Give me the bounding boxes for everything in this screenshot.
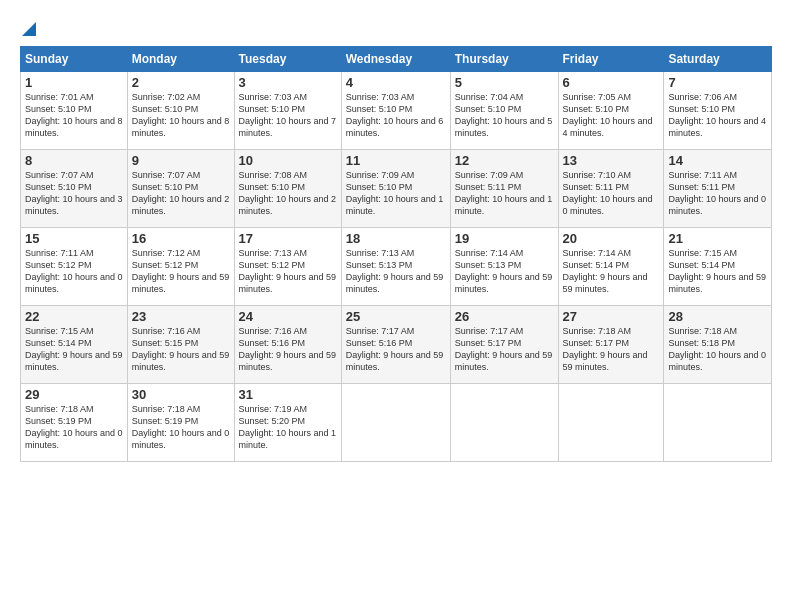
day-number: 10 xyxy=(239,153,337,168)
cell-text: Sunrise: 7:17 AMSunset: 5:17 PMDaylight:… xyxy=(455,326,553,372)
calendar-cell: 3Sunrise: 7:03 AMSunset: 5:10 PMDaylight… xyxy=(234,72,341,150)
weekday-header-cell: Wednesday xyxy=(341,47,450,72)
cell-text: Sunrise: 7:19 AMSunset: 5:20 PMDaylight:… xyxy=(239,404,337,450)
cell-text: Sunrise: 7:07 AMSunset: 5:10 PMDaylight:… xyxy=(132,170,230,216)
calendar-cell xyxy=(664,384,772,462)
cell-text: Sunrise: 7:16 AMSunset: 5:15 PMDaylight:… xyxy=(132,326,230,372)
calendar-cell: 21Sunrise: 7:15 AMSunset: 5:14 PMDayligh… xyxy=(664,228,772,306)
calendar-cell: 22Sunrise: 7:15 AMSunset: 5:14 PMDayligh… xyxy=(21,306,128,384)
cell-text: Sunrise: 7:12 AMSunset: 5:12 PMDaylight:… xyxy=(132,248,230,294)
calendar-week-row: 29Sunrise: 7:18 AMSunset: 5:19 PMDayligh… xyxy=(21,384,772,462)
cell-text: Sunrise: 7:04 AMSunset: 5:10 PMDaylight:… xyxy=(455,92,553,138)
cell-text: Sunrise: 7:18 AMSunset: 5:19 PMDaylight:… xyxy=(132,404,230,450)
calendar-cell: 10Sunrise: 7:08 AMSunset: 5:10 PMDayligh… xyxy=(234,150,341,228)
calendar-cell: 30Sunrise: 7:18 AMSunset: 5:19 PMDayligh… xyxy=(127,384,234,462)
day-number: 9 xyxy=(132,153,230,168)
cell-text: Sunrise: 7:09 AMSunset: 5:10 PMDaylight:… xyxy=(346,170,444,216)
weekday-header-cell: Monday xyxy=(127,47,234,72)
calendar-cell xyxy=(558,384,664,462)
calendar-cell: 26Sunrise: 7:17 AMSunset: 5:17 PMDayligh… xyxy=(450,306,558,384)
cell-text: Sunrise: 7:03 AMSunset: 5:10 PMDaylight:… xyxy=(239,92,337,138)
day-number: 24 xyxy=(239,309,337,324)
calendar-cell: 19Sunrise: 7:14 AMSunset: 5:13 PMDayligh… xyxy=(450,228,558,306)
day-number: 18 xyxy=(346,231,446,246)
calendar-cell: 9Sunrise: 7:07 AMSunset: 5:10 PMDaylight… xyxy=(127,150,234,228)
calendar-cell: 31Sunrise: 7:19 AMSunset: 5:20 PMDayligh… xyxy=(234,384,341,462)
day-number: 7 xyxy=(668,75,767,90)
cell-text: Sunrise: 7:18 AMSunset: 5:19 PMDaylight:… xyxy=(25,404,123,450)
cell-text: Sunrise: 7:17 AMSunset: 5:16 PMDaylight:… xyxy=(346,326,444,372)
cell-text: Sunrise: 7:01 AMSunset: 5:10 PMDaylight:… xyxy=(25,92,123,138)
cell-text: Sunrise: 7:18 AMSunset: 5:18 PMDaylight:… xyxy=(668,326,766,372)
page: SundayMondayTuesdayWednesdayThursdayFrid… xyxy=(0,0,792,472)
day-number: 14 xyxy=(668,153,767,168)
calendar-cell: 4Sunrise: 7:03 AMSunset: 5:10 PMDaylight… xyxy=(341,72,450,150)
day-number: 21 xyxy=(668,231,767,246)
day-number: 12 xyxy=(455,153,554,168)
day-number: 30 xyxy=(132,387,230,402)
day-number: 26 xyxy=(455,309,554,324)
logo-icon xyxy=(22,22,36,36)
logo xyxy=(20,22,36,40)
weekday-header-cell: Friday xyxy=(558,47,664,72)
calendar-cell: 25Sunrise: 7:17 AMSunset: 5:16 PMDayligh… xyxy=(341,306,450,384)
calendar-cell: 7Sunrise: 7:06 AMSunset: 5:10 PMDaylight… xyxy=(664,72,772,150)
calendar-cell: 16Sunrise: 7:12 AMSunset: 5:12 PMDayligh… xyxy=(127,228,234,306)
day-number: 20 xyxy=(563,231,660,246)
calendar-cell: 23Sunrise: 7:16 AMSunset: 5:15 PMDayligh… xyxy=(127,306,234,384)
day-number: 6 xyxy=(563,75,660,90)
day-number: 29 xyxy=(25,387,123,402)
calendar-table: SundayMondayTuesdayWednesdayThursdayFrid… xyxy=(20,46,772,462)
day-number: 31 xyxy=(239,387,337,402)
cell-text: Sunrise: 7:06 AMSunset: 5:10 PMDaylight:… xyxy=(668,92,766,138)
cell-text: Sunrise: 7:11 AMSunset: 5:12 PMDaylight:… xyxy=(25,248,123,294)
calendar-cell: 8Sunrise: 7:07 AMSunset: 5:10 PMDaylight… xyxy=(21,150,128,228)
day-number: 22 xyxy=(25,309,123,324)
cell-text: Sunrise: 7:13 AMSunset: 5:13 PMDaylight:… xyxy=(346,248,444,294)
day-number: 11 xyxy=(346,153,446,168)
day-number: 3 xyxy=(239,75,337,90)
cell-text: Sunrise: 7:02 AMSunset: 5:10 PMDaylight:… xyxy=(132,92,230,138)
calendar-cell: 11Sunrise: 7:09 AMSunset: 5:10 PMDayligh… xyxy=(341,150,450,228)
calendar-week-row: 22Sunrise: 7:15 AMSunset: 5:14 PMDayligh… xyxy=(21,306,772,384)
calendar-week-row: 1Sunrise: 7:01 AMSunset: 5:10 PMDaylight… xyxy=(21,72,772,150)
calendar-cell xyxy=(341,384,450,462)
calendar-cell: 12Sunrise: 7:09 AMSunset: 5:11 PMDayligh… xyxy=(450,150,558,228)
calendar-cell: 5Sunrise: 7:04 AMSunset: 5:10 PMDaylight… xyxy=(450,72,558,150)
cell-text: Sunrise: 7:15 AMSunset: 5:14 PMDaylight:… xyxy=(25,326,123,372)
calendar-cell: 20Sunrise: 7:14 AMSunset: 5:14 PMDayligh… xyxy=(558,228,664,306)
day-number: 4 xyxy=(346,75,446,90)
calendar-cell: 2Sunrise: 7:02 AMSunset: 5:10 PMDaylight… xyxy=(127,72,234,150)
day-number: 27 xyxy=(563,309,660,324)
cell-text: Sunrise: 7:03 AMSunset: 5:10 PMDaylight:… xyxy=(346,92,444,138)
weekday-header-cell: Tuesday xyxy=(234,47,341,72)
calendar-week-row: 15Sunrise: 7:11 AMSunset: 5:12 PMDayligh… xyxy=(21,228,772,306)
cell-text: Sunrise: 7:13 AMSunset: 5:12 PMDaylight:… xyxy=(239,248,337,294)
calendar-cell: 24Sunrise: 7:16 AMSunset: 5:16 PMDayligh… xyxy=(234,306,341,384)
cell-text: Sunrise: 7:10 AMSunset: 5:11 PMDaylight:… xyxy=(563,170,653,216)
day-number: 23 xyxy=(132,309,230,324)
weekday-header-cell: Sunday xyxy=(21,47,128,72)
calendar-cell: 15Sunrise: 7:11 AMSunset: 5:12 PMDayligh… xyxy=(21,228,128,306)
svg-marker-0 xyxy=(22,22,36,36)
cell-text: Sunrise: 7:05 AMSunset: 5:10 PMDaylight:… xyxy=(563,92,653,138)
header xyxy=(20,18,772,40)
calendar-cell: 27Sunrise: 7:18 AMSunset: 5:17 PMDayligh… xyxy=(558,306,664,384)
calendar-cell: 18Sunrise: 7:13 AMSunset: 5:13 PMDayligh… xyxy=(341,228,450,306)
calendar-cell: 29Sunrise: 7:18 AMSunset: 5:19 PMDayligh… xyxy=(21,384,128,462)
calendar-cell: 13Sunrise: 7:10 AMSunset: 5:11 PMDayligh… xyxy=(558,150,664,228)
cell-text: Sunrise: 7:14 AMSunset: 5:13 PMDaylight:… xyxy=(455,248,553,294)
day-number: 19 xyxy=(455,231,554,246)
cell-text: Sunrise: 7:11 AMSunset: 5:11 PMDaylight:… xyxy=(668,170,766,216)
calendar-cell: 1Sunrise: 7:01 AMSunset: 5:10 PMDaylight… xyxy=(21,72,128,150)
weekday-header-cell: Thursday xyxy=(450,47,558,72)
day-number: 17 xyxy=(239,231,337,246)
cell-text: Sunrise: 7:18 AMSunset: 5:17 PMDaylight:… xyxy=(563,326,648,372)
day-number: 2 xyxy=(132,75,230,90)
day-number: 8 xyxy=(25,153,123,168)
day-number: 25 xyxy=(346,309,446,324)
calendar-cell: 14Sunrise: 7:11 AMSunset: 5:11 PMDayligh… xyxy=(664,150,772,228)
day-number: 15 xyxy=(25,231,123,246)
day-number: 13 xyxy=(563,153,660,168)
day-number: 5 xyxy=(455,75,554,90)
